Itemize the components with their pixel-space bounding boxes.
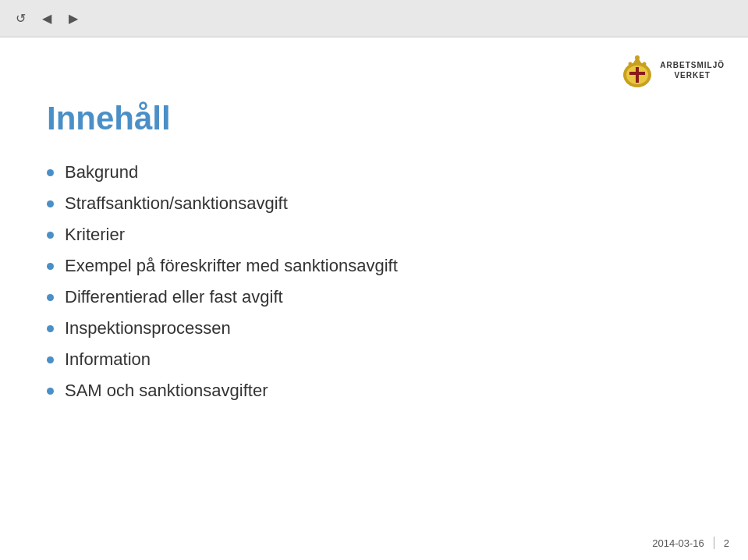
footer-divider	[714, 537, 714, 549]
back-icon: ↺	[16, 11, 26, 26]
logo-area: ARBETSMILJÖ VERKET	[621, 51, 725, 89]
list-item-label: Differentierad eller fast avgift	[65, 287, 283, 307]
list-item: SAM och sanktionsavgifter	[47, 381, 701, 401]
list-item: Straffsanktion/sanktionsavgift	[47, 193, 701, 214]
list-item: Exempel på föreskrifter med sanktionsavg…	[47, 256, 701, 276]
footer-page: 2	[724, 537, 729, 549]
bullet-dot	[47, 200, 54, 207]
list-item-label: Inspektionsprocessen	[65, 318, 231, 338]
slide-content: ARBETSMILJÖ VERKET Innehåll BakgrundStra…	[0, 37, 748, 560]
back-button[interactable]: ↺	[9, 8, 31, 30]
list-item-label: Information	[65, 349, 151, 370]
prev-icon: ◀	[42, 11, 51, 26]
list-item: Differentierad eller fast avgift	[47, 287, 701, 307]
slide-footer: 2014-03-16 2	[652, 537, 729, 549]
bullet-dot	[47, 325, 54, 332]
next-icon: ▶	[69, 11, 78, 26]
bullet-list: BakgrundStraffsanktion/sanktionsavgiftKr…	[47, 162, 701, 401]
slide-container: ARBETSMILJÖ VERKET Innehåll BakgrundStra…	[0, 37, 748, 560]
list-item-label: SAM och sanktionsavgifter	[65, 381, 268, 401]
prev-button[interactable]: ◀	[36, 8, 58, 30]
list-item: Inspektionsprocessen	[47, 318, 701, 338]
bullet-dot	[47, 232, 54, 239]
list-item-label: Exempel på föreskrifter med sanktionsavg…	[65, 256, 398, 276]
slide-title: Innehåll	[47, 100, 701, 137]
footer-date: 2014-03-16	[652, 537, 704, 549]
svg-point-3	[635, 55, 640, 60]
list-item: Kriterier	[47, 225, 701, 245]
list-item: Information	[47, 349, 701, 370]
bullet-dot	[47, 294, 54, 301]
bullet-dot	[47, 388, 54, 395]
toolbar: ↺ ◀ ▶	[0, 0, 748, 37]
logo-emblem	[621, 51, 654, 89]
list-item-label: Straffsanktion/sanktionsavgift	[65, 193, 288, 214]
bullet-dot	[47, 263, 54, 270]
list-item-label: Bakgrund	[65, 162, 138, 183]
list-item-label: Kriterier	[65, 225, 125, 245]
list-item: Bakgrund	[47, 162, 701, 183]
svg-point-4	[629, 62, 633, 66]
bullet-dot	[47, 169, 54, 176]
next-button[interactable]: ▶	[62, 8, 84, 30]
logo-text: ARBETSMILJÖ VERKET	[660, 60, 725, 80]
svg-rect-7	[629, 72, 645, 75]
svg-point-5	[643, 62, 647, 66]
bullet-dot	[47, 356, 54, 363]
